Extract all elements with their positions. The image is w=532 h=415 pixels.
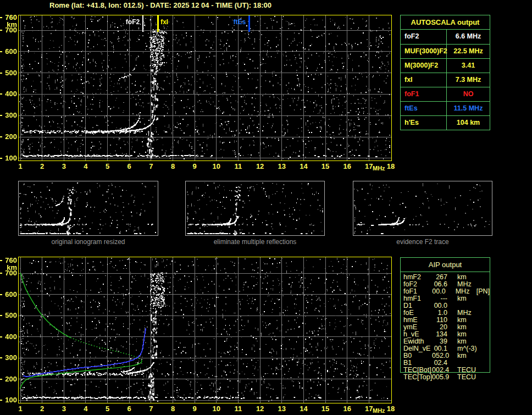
x-tick-label: 5 [101,405,115,412]
x-tick-label: 4 [79,405,93,412]
aip-row-unit: km [457,295,474,302]
thumbnail-eliminate-canvas [186,181,324,235]
thumbnail-eliminate-reflections [185,181,325,236]
y-axis-edge-tick [0,93,2,95]
x-tick-label: 16 [340,405,354,412]
y-tick-label: 300 [1,354,17,361]
aip-output-table: AIP output hmF2267kmfoF206.6MHzfoF100.0M… [400,257,490,373]
y-axis-edge-tick [0,294,2,295]
x-tick-label: 13 [275,405,289,412]
x-tick-label: 9 [187,405,202,412]
autoscala-row-value: 7.3 MHz [447,73,490,87]
y-axis-edge-tick [0,336,2,337]
x-tick-label: 7 [144,405,158,412]
y-axis-edge-tick [0,136,2,137]
autoscala-row-label: foF1 [401,87,447,101]
autoscala-row-label: foF2 [401,30,447,44]
thumbnail-original-ionogram [18,181,158,236]
x-axis-unit-label: MHz [373,407,385,414]
autoscala-row-ftes: ftEs11.5 MHz [401,101,490,115]
autoscala-row-value: 6.6 MHz [447,30,490,44]
x-tick-label: 7 [144,163,158,170]
y-axis-edge-tick [0,51,2,52]
thumbnail-caption-eliminate: eliminate multiple reflections [185,238,325,246]
y-axis-edge-tick [0,379,2,380]
y-axis-edge-tick [0,400,2,401]
x-tick-label: 1 [13,163,27,170]
autoscala-row-fxi: fxI7.3 MHz [401,73,490,87]
y-axis-unit-label: km [1,264,17,271]
autoscala-row-hes: h'Es104 km [401,115,490,130]
x-tick-label: 6 [122,405,136,412]
y-axis-edge-tick [0,260,2,261]
x-tick-label: 18 [384,163,398,170]
y-axis-edge-tick [0,158,2,159]
autoscala-row-value: 104 km [447,116,490,130]
y-tick-label: 400 [1,333,17,340]
thumbnail-caption-evidence: evidence F2 trace [353,238,492,246]
autoscala-row-label: MUF(3000)F2 [401,45,447,58]
aip-row-tectop: TEC[Top]005.9TECU [401,374,490,381]
autoscala-row-value: NO [447,87,490,101]
aip-row-extra: [PN] [476,288,490,295]
aip-row-unit: TECU [457,374,476,381]
autoscala-row-m3000f2: M(3000)F23.41 [401,58,490,73]
marker-label-fxI: fxI [160,19,168,26]
top-ionogram-panel: 760700600500400300200100km12345678910111… [0,0,400,176]
thumbnail-original-canvas [19,181,158,235]
x-tick-label: 9 [187,163,202,170]
top-ionogram-canvas [18,15,392,161]
y-tick-label: 760 [1,14,17,21]
y-axis-edge-tick [0,17,2,18]
autoscala-row-value: 22.5 MHz [447,45,490,58]
y-tick-label: 400 [1,90,17,97]
y-tick-label: 500 [1,312,17,319]
x-tick-label: 15 [318,163,332,170]
y-tick-label: 200 [1,133,17,140]
x-tick-label: 13 [275,163,289,170]
autoscala-row-muf3000f2: MUF(3000)F222.5 MHz [401,44,490,58]
y-axis-edge-tick [0,30,2,31]
x-tick-label: 14 [296,163,311,170]
y-axis-edge-tick [0,73,2,74]
marker-label-foF2: foF2 [104,19,140,26]
bottom-ionogram-panel: 760700600500400300200100km12345678910111… [0,250,400,415]
autoscala-row-label: fxI [401,73,447,87]
thumbnail-caption-original: original ionogram resized [18,238,158,246]
aip-table-title: AIP output [401,258,490,272]
y-tick-label: 600 [1,291,17,298]
y-tick-label: 200 [1,375,17,383]
x-tick-label: 6 [122,163,136,170]
x-axis-unit-label: MHz [373,165,385,171]
y-tick-label: 100 [1,154,17,162]
x-tick-label: 12 [253,163,267,170]
x-tick-label: 14 [296,405,311,412]
y-tick-label: 100 [1,396,17,403]
y-tick-label: 300 [1,112,17,119]
x-tick-label: 2 [35,163,49,170]
x-tick-label: 3 [57,405,71,412]
x-tick-label: 4 [79,163,93,170]
thumbnail-evidence-f2 [353,181,492,236]
autoscala-table-title: AUTOSCALA output [401,15,490,30]
x-tick-label: 10 [209,163,224,170]
autoscala-row-label: M(3000)F2 [401,59,447,73]
autoscala-row-fof1: foF1NO [401,87,490,101]
bottom-ionogram-canvas [18,257,392,403]
x-tick-label: 11 [231,405,245,412]
x-tick-label: 8 [166,405,180,412]
y-tick-label: 500 [1,69,17,76]
y-axis-unit-label: km [1,21,17,28]
y-tick-label: 600 [1,48,17,55]
aip-row-unit: km [457,352,474,359]
aip-row-value: 005.9 [432,374,447,381]
thumbnail-evidence-canvas [353,181,492,235]
x-tick-label: 12 [253,405,267,412]
marker-label-ftEs: ftEs [210,19,246,26]
x-tick-label: 11 [231,163,245,170]
autoscala-row-label: h'Es [401,116,447,130]
autoscala-row-label: ftEs [401,102,447,115]
x-tick-label: 16 [340,163,354,170]
y-axis-edge-tick [0,315,2,316]
x-tick-label: 3 [57,163,71,170]
